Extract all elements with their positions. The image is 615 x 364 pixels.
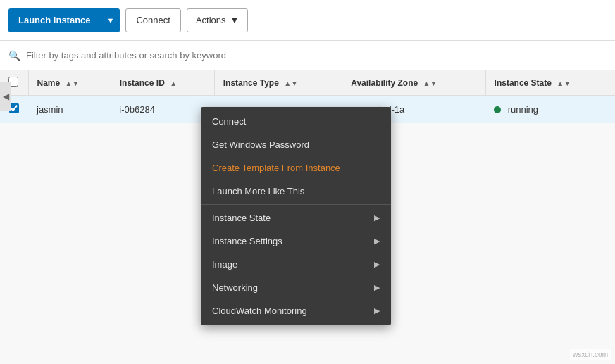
context-menu-image[interactable]: Image ▶ [201, 253, 391, 276]
toolbar: Launch Instance ▼ Connect Actions ▼ [0, 0, 615, 41]
instance-state-arrow-icon: ▶ [374, 213, 380, 222]
connect-button[interactable]: Connect [125, 8, 180, 32]
context-menu-instance-settings[interactable]: Instance Settings ▶ [201, 230, 391, 253]
launch-instance-button[interactable]: Launch Instance ▼ [8, 8, 120, 32]
context-cloudwatch-label: CloudWatch Monitoring [212, 306, 307, 316]
table-header-row: Name ▲▼ Instance ID ▲ Instance Type ▲▼ A… [0, 70, 615, 96]
context-menu-networking[interactable]: Networking ▶ [201, 276, 391, 299]
name-sort-icon[interactable]: ▲▼ [66, 80, 80, 87]
context-connect-label: Connect [212, 116, 246, 127]
actions-label: Actions [196, 15, 226, 25]
launch-instance-main[interactable]: Launch Instance [8, 8, 101, 32]
context-instance-settings-label: Instance Settings [212, 236, 282, 246]
instance-settings-arrow-icon: ▶ [374, 237, 380, 246]
cloudwatch-arrow-icon: ▶ [374, 306, 380, 315]
table-container: ◀ Name ▲▼ Instance ID ▲ Instance Type ▲▼ [0, 70, 615, 123]
row-name: jasmin [28, 96, 111, 123]
context-menu-instance-state[interactable]: Instance State ▶ [201, 206, 391, 230]
search-bar: 🔍 [0, 41, 615, 70]
watermark: wsxdn.com [570, 349, 611, 360]
context-menu: Connect Get Windows Password Create Temp… [201, 107, 391, 325]
actions-button[interactable]: Actions ▼ [187, 8, 249, 32]
header-instance-id: Instance ID ▲ [111, 70, 214, 96]
header-availability-zone: Availability Zone ▲▼ [342, 70, 485, 96]
context-launch-more-label: Launch More Like This [212, 186, 304, 196]
row-instance-id: i-0b6284 [111, 96, 214, 123]
row-instance-state: running [485, 96, 615, 123]
header-instance-state: Instance State ▲▼ [485, 70, 615, 96]
context-menu-separator [201, 204, 391, 205]
context-menu-create-template[interactable]: Create Template From Instance [201, 156, 391, 180]
az-sort-icon[interactable]: ▲▼ [423, 80, 437, 87]
context-instance-state-label: Instance State [212, 213, 271, 223]
context-networking-label: Networking [212, 282, 258, 293]
context-menu-get-windows-password[interactable]: Get Windows Password [201, 133, 391, 156]
status-label: running [508, 104, 538, 115]
image-arrow-icon: ▶ [374, 260, 380, 269]
context-create-template-label: Create Template From Instance [212, 163, 340, 173]
context-image-label: Image [212, 259, 237, 270]
context-menu-connect[interactable]: Connect [201, 110, 391, 133]
instance-type-sort-icon[interactable]: ▲▼ [284, 80, 298, 87]
context-menu-launch-more[interactable]: Launch More Like This [201, 180, 391, 203]
header-name: Name ▲▼ [28, 70, 111, 96]
launch-instance-dropdown[interactable]: ▼ [101, 8, 120, 32]
networking-arrow-icon: ▶ [374, 283, 380, 292]
instance-id-sort-icon[interactable]: ▲ [170, 80, 177, 87]
status-dot-icon [494, 106, 501, 113]
actions-arrow-icon: ▼ [230, 15, 240, 25]
context-menu-cloudwatch[interactable]: CloudWatch Monitoring ▶ [201, 299, 391, 322]
search-input[interactable] [26, 50, 607, 61]
header-instance-type: Instance Type ▲▼ [214, 70, 342, 96]
state-sort-icon[interactable]: ▲▼ [557, 80, 571, 87]
context-get-windows-password-label: Get Windows Password [212, 139, 309, 150]
collapse-panel-arrow[interactable]: ◀ [0, 82, 11, 111]
search-icon: 🔍 [8, 50, 20, 61]
